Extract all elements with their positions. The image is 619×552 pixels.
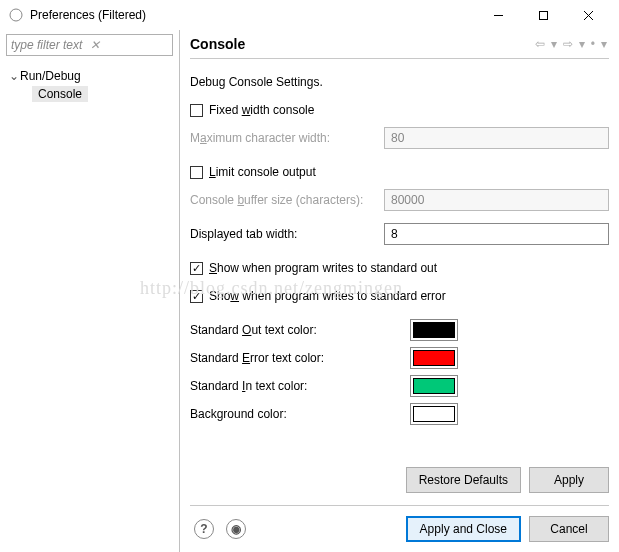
filter-placeholder: type filter text bbox=[11, 38, 90, 52]
stdout-color-label: Standard Out text color: bbox=[190, 323, 410, 337]
apply-button[interactable]: Apply bbox=[529, 467, 609, 493]
tab-width-input[interactable]: 8 bbox=[384, 223, 609, 245]
back-icon[interactable]: ⇦ bbox=[533, 37, 547, 51]
limit-output-label: Limit console output bbox=[209, 165, 316, 179]
limit-output-checkbox[interactable] bbox=[190, 166, 203, 179]
restore-defaults-button[interactable]: Restore Defaults bbox=[406, 467, 521, 493]
show-stdout-checkbox[interactable] bbox=[190, 262, 203, 275]
max-char-width-label: Maximum character width: bbox=[190, 131, 330, 145]
page-title: Console bbox=[190, 36, 533, 52]
svg-point-0 bbox=[10, 9, 22, 21]
help-icon[interactable]: ? bbox=[194, 519, 214, 539]
nav-arrows[interactable]: ⇦▾ ⇨▾ •▾ bbox=[533, 37, 609, 51]
tree-item-console[interactable]: Console bbox=[32, 86, 88, 102]
subtitle: Debug Console Settings. bbox=[190, 75, 323, 89]
tree-twisty-icon: ⌄ bbox=[8, 69, 20, 83]
tree-item-run-debug[interactable]: ⌄ Run/Debug bbox=[2, 66, 177, 86]
stdin-color-button[interactable] bbox=[410, 375, 458, 397]
minimize-button[interactable] bbox=[476, 1, 521, 29]
stderr-color-label: Standard Error text color: bbox=[190, 351, 410, 365]
fixed-width-label: Fixed width console bbox=[209, 103, 314, 117]
fixed-width-checkbox[interactable] bbox=[190, 104, 203, 117]
filter-input[interactable]: type filter text ✕ bbox=[6, 34, 173, 56]
tab-width-label: Displayed tab width: bbox=[190, 227, 297, 241]
export-icon[interactable]: ◉ bbox=[226, 519, 246, 539]
show-stderr-label: Show when program writes to standard err… bbox=[209, 289, 446, 303]
stdin-color-label: Standard In text color: bbox=[190, 379, 410, 393]
bg-color-label: Background color: bbox=[190, 407, 410, 421]
window-title: Preferences (Filtered) bbox=[30, 8, 476, 22]
maximize-button[interactable] bbox=[521, 1, 566, 29]
cancel-button[interactable]: Cancel bbox=[529, 516, 609, 542]
tree-item-label: Run/Debug bbox=[20, 69, 81, 83]
close-button[interactable] bbox=[566, 1, 611, 29]
show-stderr-checkbox[interactable] bbox=[190, 290, 203, 303]
apply-and-close-button[interactable]: Apply and Close bbox=[406, 516, 521, 542]
bg-color-button[interactable] bbox=[410, 403, 458, 425]
stderr-color-button[interactable] bbox=[410, 347, 458, 369]
svg-rect-2 bbox=[540, 11, 548, 19]
window-icon bbox=[8, 7, 24, 23]
clear-filter-icon[interactable]: ✕ bbox=[90, 38, 169, 52]
max-char-width-input: 80 bbox=[384, 127, 609, 149]
forward-icon[interactable]: ⇨ bbox=[561, 37, 575, 51]
buffer-size-label: Console buffer size (characters): bbox=[190, 193, 363, 207]
show-stdout-label: Show when program writes to standard out bbox=[209, 261, 437, 275]
stdout-color-button[interactable] bbox=[410, 319, 458, 341]
buffer-size-input: 80000 bbox=[384, 189, 609, 211]
